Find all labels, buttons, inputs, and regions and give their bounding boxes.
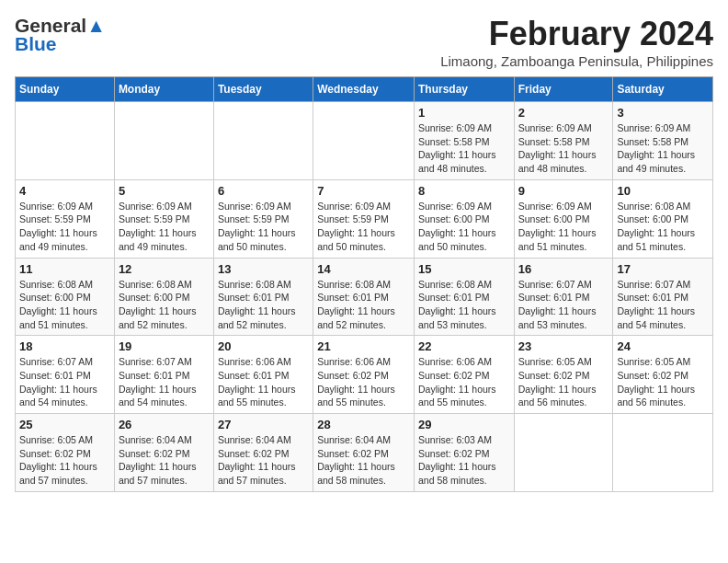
day-number: 5 [119, 184, 210, 198]
day-content: Sunrise: 6:09 AM Sunset: 5:58 PM Dayligh… [518, 121, 609, 176]
calendar-header-row: Sunday Monday Tuesday Wednesday Thursday… [16, 77, 713, 102]
month-title: February 2024 [440, 15, 713, 53]
header-sunday: Sunday [16, 77, 115, 102]
calendar-week-4: 18Sunrise: 6:07 AM Sunset: 6:01 PM Dayli… [16, 336, 713, 414]
table-row [213, 102, 313, 180]
day-number: 22 [418, 339, 510, 353]
table-row [114, 102, 213, 180]
day-number: 2 [518, 106, 609, 120]
day-number: 24 [617, 339, 709, 353]
table-row: 27Sunrise: 6:04 AM Sunset: 6:02 PM Dayli… [213, 414, 313, 492]
table-row: 4Sunrise: 6:09 AM Sunset: 5:59 PM Daylig… [16, 179, 115, 258]
day-number: 23 [518, 339, 609, 353]
table-row: 25Sunrise: 6:05 AM Sunset: 6:02 PM Dayli… [16, 414, 115, 492]
day-number: 27 [218, 418, 309, 431]
title-block: February 2024 Limaong, Zamboanga Peninsu… [440, 15, 713, 69]
day-number: 21 [317, 339, 410, 353]
table-row: 1Sunrise: 6:09 AM Sunset: 5:58 PM Daylig… [414, 102, 514, 180]
header-wednesday: Wednesday [313, 77, 415, 102]
day-number: 1 [418, 106, 510, 120]
day-content: Sunrise: 6:09 AM Sunset: 6:00 PM Dayligh… [418, 200, 510, 254]
table-row: 8Sunrise: 6:09 AM Sunset: 6:00 PM Daylig… [414, 179, 514, 258]
day-content: Sunrise: 6:07 AM Sunset: 6:01 PM Dayligh… [19, 355, 110, 409]
calendar-week-3: 11Sunrise: 6:08 AM Sunset: 6:00 PM Dayli… [16, 258, 713, 336]
day-content: Sunrise: 6:08 AM Sunset: 6:00 PM Dayligh… [19, 278, 110, 332]
day-content: Sunrise: 6:09 AM Sunset: 5:59 PM Dayligh… [119, 200, 210, 254]
day-content: Sunrise: 6:06 AM Sunset: 6:02 PM Dayligh… [317, 355, 410, 409]
day-number: 17 [617, 262, 709, 276]
calendar-table: Sunday Monday Tuesday Wednesday Thursday… [15, 76, 713, 492]
table-row: 19Sunrise: 6:07 AM Sunset: 6:01 PM Dayli… [114, 336, 213, 414]
table-row: 17Sunrise: 6:07 AM Sunset: 6:01 PM Dayli… [613, 258, 713, 336]
day-number: 15 [418, 262, 510, 276]
table-row [313, 102, 415, 180]
day-content: Sunrise: 6:07 AM Sunset: 6:01 PM Dayligh… [518, 278, 609, 332]
table-row: 23Sunrise: 6:05 AM Sunset: 6:02 PM Dayli… [514, 336, 613, 414]
table-row: 3Sunrise: 6:09 AM Sunset: 5:58 PM Daylig… [613, 102, 713, 180]
day-content: Sunrise: 6:08 AM Sunset: 6:00 PM Dayligh… [119, 278, 210, 332]
day-content: Sunrise: 6:08 AM Sunset: 6:01 PM Dayligh… [317, 278, 410, 332]
day-number: 12 [119, 262, 210, 276]
calendar-week-1: 1Sunrise: 6:09 AM Sunset: 5:58 PM Daylig… [16, 102, 713, 180]
day-number: 16 [518, 262, 609, 276]
table-row: 24Sunrise: 6:05 AM Sunset: 6:02 PM Dayli… [613, 336, 713, 414]
day-content: Sunrise: 6:04 AM Sunset: 6:02 PM Dayligh… [119, 433, 210, 488]
day-number: 10 [617, 184, 709, 198]
day-number: 14 [317, 262, 410, 276]
day-number: 25 [19, 418, 110, 431]
table-row [514, 414, 613, 492]
table-row: 29Sunrise: 6:03 AM Sunset: 6:02 PM Dayli… [414, 414, 514, 492]
table-row: 5Sunrise: 6:09 AM Sunset: 5:59 PM Daylig… [114, 179, 213, 258]
day-content: Sunrise: 6:07 AM Sunset: 6:01 PM Dayligh… [617, 278, 709, 332]
day-content: Sunrise: 6:05 AM Sunset: 6:02 PM Dayligh… [617, 355, 709, 409]
day-content: Sunrise: 6:09 AM Sunset: 5:59 PM Dayligh… [317, 200, 410, 254]
table-row: 11Sunrise: 6:08 AM Sunset: 6:00 PM Dayli… [16, 258, 115, 336]
table-row: 15Sunrise: 6:08 AM Sunset: 6:01 PM Dayli… [414, 258, 514, 336]
day-number: 29 [418, 418, 510, 431]
table-row: 22Sunrise: 6:06 AM Sunset: 6:02 PM Dayli… [414, 336, 514, 414]
table-row: 14Sunrise: 6:08 AM Sunset: 6:01 PM Dayli… [313, 258, 415, 336]
calendar-week-5: 25Sunrise: 6:05 AM Sunset: 6:02 PM Dayli… [16, 414, 713, 492]
day-content: Sunrise: 6:06 AM Sunset: 6:01 PM Dayligh… [218, 355, 309, 409]
day-content: Sunrise: 6:05 AM Sunset: 6:02 PM Dayligh… [518, 355, 609, 409]
day-number: 18 [19, 339, 110, 353]
day-number: 7 [317, 184, 410, 198]
calendar-week-2: 4Sunrise: 6:09 AM Sunset: 5:59 PM Daylig… [16, 179, 713, 258]
day-content: Sunrise: 6:05 AM Sunset: 6:02 PM Dayligh… [19, 433, 110, 488]
day-number: 11 [19, 262, 110, 276]
location-title: Limaong, Zamboanga Peninsula, Philippine… [440, 53, 713, 69]
table-row [613, 414, 713, 492]
table-row: 7Sunrise: 6:09 AM Sunset: 5:59 PM Daylig… [313, 179, 415, 258]
day-content: Sunrise: 6:08 AM Sunset: 6:01 PM Dayligh… [218, 278, 309, 332]
day-content: Sunrise: 6:07 AM Sunset: 6:01 PM Dayligh… [119, 355, 210, 409]
day-number: 20 [218, 339, 309, 353]
table-row: 9Sunrise: 6:09 AM Sunset: 6:00 PM Daylig… [514, 179, 613, 258]
header-tuesday: Tuesday [213, 77, 313, 102]
day-number: 26 [119, 418, 210, 431]
header-saturday: Saturday [613, 77, 713, 102]
table-row: 12Sunrise: 6:08 AM Sunset: 6:00 PM Dayli… [114, 258, 213, 336]
logo: General▲ Blue [15, 15, 106, 55]
day-content: Sunrise: 6:04 AM Sunset: 6:02 PM Dayligh… [218, 433, 309, 488]
day-content: Sunrise: 6:06 AM Sunset: 6:02 PM Dayligh… [418, 355, 510, 409]
day-content: Sunrise: 6:09 AM Sunset: 5:59 PM Dayligh… [19, 200, 110, 254]
day-content: Sunrise: 6:09 AM Sunset: 5:58 PM Dayligh… [617, 121, 709, 176]
day-number: 13 [218, 262, 309, 276]
header-thursday: Thursday [414, 77, 514, 102]
day-number: 6 [218, 184, 309, 198]
day-number: 9 [518, 184, 609, 198]
day-content: Sunrise: 6:04 AM Sunset: 6:02 PM Dayligh… [317, 433, 410, 488]
table-row: 6Sunrise: 6:09 AM Sunset: 5:59 PM Daylig… [213, 179, 313, 258]
day-number: 19 [119, 339, 210, 353]
day-number: 8 [418, 184, 510, 198]
page-header: General▲ Blue February 2024 Limaong, Zam… [15, 15, 713, 69]
day-content: Sunrise: 6:08 AM Sunset: 6:01 PM Dayligh… [418, 278, 510, 332]
header-friday: Friday [514, 77, 613, 102]
day-content: Sunrise: 6:09 AM Sunset: 5:58 PM Dayligh… [418, 121, 510, 176]
table-row: 18Sunrise: 6:07 AM Sunset: 6:01 PM Dayli… [16, 336, 115, 414]
header-monday: Monday [114, 77, 213, 102]
table-row: 10Sunrise: 6:08 AM Sunset: 6:00 PM Dayli… [613, 179, 713, 258]
table-row: 28Sunrise: 6:04 AM Sunset: 6:02 PM Dayli… [313, 414, 415, 492]
table-row: 26Sunrise: 6:04 AM Sunset: 6:02 PM Dayli… [114, 414, 213, 492]
day-content: Sunrise: 6:09 AM Sunset: 5:59 PM Dayligh… [218, 200, 309, 254]
